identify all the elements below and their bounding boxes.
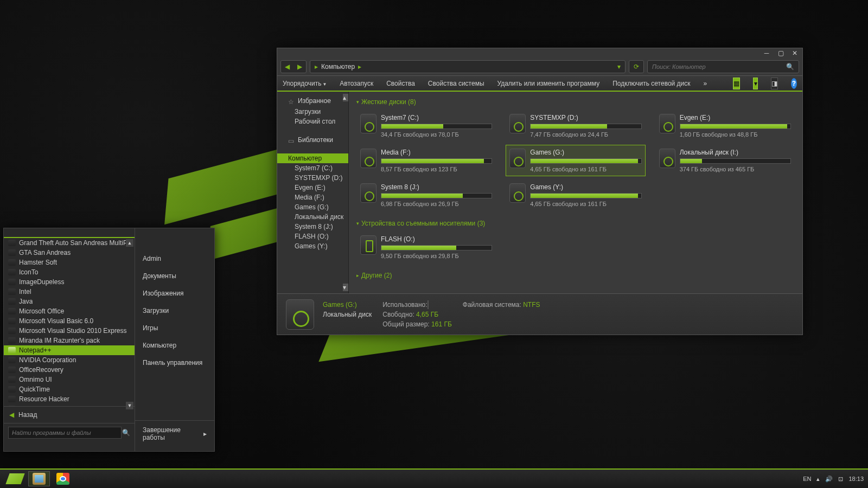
sidebar-drive-item[interactable]: Media (F:)	[277, 192, 348, 202]
group-header-removable[interactable]: ▾Устройства со съемными носителями (3)	[356, 217, 795, 232]
program-item[interactable]: Resource Hacker	[4, 394, 135, 404]
toolbar-more[interactable]: »	[704, 80, 707, 87]
start-right-item[interactable]: Панель управления	[135, 354, 214, 371]
program-item[interactable]: Microsoft Office	[4, 306, 135, 316]
program-item[interactable]: ImageDupeless	[4, 277, 135, 287]
drive-icon	[509, 183, 526, 203]
drive-name: System 8 (J:)	[381, 183, 492, 191]
chevron-left-icon: ◀	[9, 411, 14, 419]
group-header-other[interactable]: ▸Другие (2)	[356, 269, 795, 284]
drive-item[interactable]: SYSTEMXP (D:)7,47 ГБ свободно из 24,4 ГБ	[506, 110, 645, 142]
scroll-up-button[interactable]: ▲	[126, 239, 133, 247]
toolbar-autoplay[interactable]: Автозапуск	[340, 80, 373, 87]
dropdown-icon[interactable]: ▾	[617, 63, 621, 70]
toolbar-system-properties[interactable]: Свойства системы	[428, 80, 484, 87]
toolbar-organize[interactable]: Упорядочить▼	[283, 80, 327, 87]
sidebar-drive-item[interactable]: SYSTEMXP (D:)	[277, 173, 348, 183]
start-right-item[interactable]: Загрузки	[135, 302, 214, 319]
start-right-item[interactable]: Admin	[135, 250, 214, 267]
sidebar-item-downloads[interactable]: Загрузки	[277, 107, 348, 117]
sidebar-drive-item[interactable]: FLASH (O:)	[277, 232, 348, 241]
toolbar-map-drive[interactable]: Подключить сетевой диск	[612, 80, 690, 87]
search-input[interactable]	[652, 63, 786, 70]
program-item[interactable]: Omnimo UI	[4, 375, 135, 384]
sidebar-drive-item[interactable]: Локальный диск	[277, 212, 348, 222]
clock[interactable]: 18:13	[848, 476, 864, 482]
address-bar[interactable]: ▸ Компьютер ▸ ▾	[310, 60, 626, 73]
taskbar-item-chrome[interactable]	[52, 471, 74, 486]
network-icon[interactable]: ⊡	[838, 476, 843, 483]
start-search-input[interactable]	[8, 427, 122, 439]
program-item[interactable]: GTA San Andreas	[4, 248, 135, 258]
start-button[interactable]	[4, 471, 26, 486]
search-icon[interactable]: 🔍	[122, 427, 130, 439]
program-label: GTA San Andreas	[19, 249, 71, 256]
sidebar-drive-item[interactable]: Games (G:)	[277, 202, 348, 212]
program-item[interactable]: Microsoft Visual Basic 6.0	[4, 316, 135, 326]
preview-pane-button[interactable]: ◨	[771, 78, 778, 89]
start-right-item[interactable]: Документы	[135, 267, 214, 285]
drive-usage-bar	[530, 158, 641, 164]
view-dropdown[interactable]: ▾	[753, 78, 758, 89]
drive-free-text: 34,4 ГБ свободно из 78,0 ГБ	[381, 131, 492, 138]
volume-icon[interactable]: 🔊	[825, 476, 833, 483]
program-item[interactable]: Java	[4, 297, 135, 306]
sidebar-libraries[interactable]: ▭Библиотеки	[277, 134, 348, 146]
details-free-label: Свободно:	[382, 311, 414, 318]
start-right-item[interactable]: Изображения	[135, 285, 214, 302]
nvidia-logo-icon	[5, 473, 24, 484]
shutdown-button[interactable]: Завершение работы▸	[135, 420, 214, 447]
sidebar-drive-item[interactable]: Evgen (E:)	[277, 183, 348, 192]
maximize-button[interactable]: ▢	[776, 49, 785, 57]
toolbar-uninstall[interactable]: Удалить или изменить программу	[497, 80, 600, 87]
help-button[interactable]: ?	[791, 78, 797, 89]
tray-chevron-up-icon[interactable]: ▴	[816, 476, 820, 483]
drive-item[interactable]: Локальный диск (I:)374 ГБ свободно из 46…	[655, 145, 795, 176]
search-box[interactable]: 🔍	[647, 60, 799, 73]
drive-item[interactable]: System 8 (J:)6,98 ГБ свободно из 26,9 ГБ	[356, 179, 496, 211]
drive-item[interactable]: Games (Y:)4,65 ГБ свободно из 161 ГБ	[506, 179, 645, 211]
program-item[interactable]: IconTo	[4, 267, 135, 277]
drive-item[interactable]: System7 (C:)34,4 ГБ свободно из 78,0 ГБ	[356, 110, 496, 142]
forward-button[interactable]: ▶	[293, 61, 306, 73]
sidebar-favorites[interactable]: ☆Избранное	[277, 95, 348, 107]
close-button[interactable]: ✕	[790, 49, 799, 57]
drive-item[interactable]: FLASH (O:)9,50 ГБ свободно из 29,8 ГБ	[356, 232, 496, 263]
program-item[interactable]: NVIDIA Corporation	[4, 355, 135, 365]
program-item[interactable]: QuickTime	[4, 384, 135, 394]
sidebar-drive-item[interactable]: System 8 (J:)	[277, 222, 348, 232]
drive-item[interactable]: Evgen (E:)1,60 ГБ свободно из 48,8 ГБ	[655, 110, 795, 142]
back-button[interactable]: ◀	[281, 61, 293, 73]
sidebar-item-desktop[interactable]: Рабочий стол	[277, 117, 348, 126]
view-button[interactable]: ▦	[733, 78, 740, 89]
group-header-hdd[interactable]: ▾Жесткие диски (8)	[356, 96, 795, 110]
search-icon[interactable]: 🔍	[786, 63, 794, 70]
scroll-up-icon[interactable]: ▴	[343, 94, 348, 101]
sidebar-drive-item[interactable]: System7 (C:)	[277, 163, 348, 173]
minimize-button[interactable]: ─	[762, 49, 771, 57]
program-item[interactable]: OfficeRecovery	[4, 365, 135, 375]
program-item[interactable]: Grand Theft Auto San Andreas MultiPlay	[4, 238, 135, 248]
language-indicator[interactable]: EN	[803, 476, 811, 482]
details-name: Games (G:)	[323, 301, 357, 309]
back-button[interactable]: ◀Назад	[4, 406, 135, 423]
folder-icon	[8, 396, 16, 402]
window-titlebar[interactable]: ─ ▢ ✕	[277, 48, 802, 58]
program-item[interactable]: Hamster Soft	[4, 258, 135, 267]
program-item[interactable]: Intel	[4, 287, 135, 297]
refresh-button[interactable]: ⟳	[629, 60, 644, 73]
drive-item[interactable]: Games (G:)4,65 ГБ свободно из 161 ГБ	[506, 145, 645, 176]
scroll-down-button[interactable]: ▼	[126, 402, 133, 409]
taskbar-item-explorer[interactable]	[28, 471, 50, 486]
breadcrumb-item[interactable]: Компьютер	[321, 63, 355, 70]
toolbar-properties[interactable]: Свойства	[386, 80, 415, 87]
sidebar-drive-item[interactable]: Games (Y:)	[277, 241, 348, 251]
scroll-down-icon[interactable]: ▾	[343, 284, 348, 291]
program-item[interactable]: Microsoft Visual Studio 2010 Express	[4, 326, 135, 336]
program-item[interactable]: Miranda IM Razunter's pack	[4, 336, 135, 345]
drive-item[interactable]: Media (F:)8,57 ГБ свободно из 123 ГБ	[356, 145, 496, 176]
program-item[interactable]: Notepad++	[4, 345, 135, 355]
start-right-item[interactable]: Игры	[135, 319, 214, 337]
sidebar-computer[interactable]: Компьютер	[277, 153, 348, 163]
start-right-item[interactable]: Компьютер	[135, 337, 214, 354]
